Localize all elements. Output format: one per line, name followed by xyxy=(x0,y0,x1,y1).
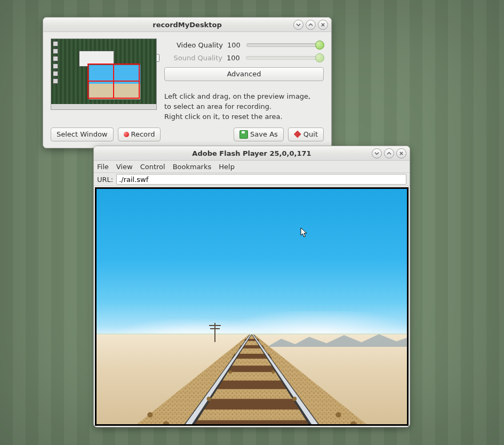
floppy-icon xyxy=(239,130,248,139)
menu-control[interactable]: Control xyxy=(140,163,165,171)
select-window-button[interactable]: Select Window xyxy=(51,128,114,141)
close-button[interactable] xyxy=(318,20,328,30)
record-icon xyxy=(124,132,129,137)
svg-point-4 xyxy=(207,397,211,401)
svg-point-5 xyxy=(292,397,297,401)
advanced-button-label: Advanced xyxy=(227,69,261,79)
svg-point-0 xyxy=(147,412,153,418)
hint-text: Left click and drag, on the preview imag… xyxy=(164,92,324,122)
menu-bookmarks[interactable]: Bookmarks xyxy=(173,163,212,171)
save-as-label: Save As xyxy=(250,130,278,139)
minimize-button[interactable] xyxy=(372,148,382,158)
chevron-down-icon xyxy=(374,151,379,156)
selection-rectangle xyxy=(87,63,140,99)
flash-viewport[interactable] xyxy=(95,187,409,426)
quit-label: Quit xyxy=(303,130,318,139)
close-icon xyxy=(321,22,325,27)
url-label: URL: xyxy=(97,176,113,184)
sound-quality-value: 100 xyxy=(227,54,242,62)
minimize-button[interactable] xyxy=(293,20,303,30)
advanced-button[interactable]: Advanced xyxy=(164,67,324,81)
svg-point-2 xyxy=(336,412,341,418)
chevron-up-icon xyxy=(387,151,391,156)
rmd-titlebar[interactable]: recordMyDesktop xyxy=(43,18,331,32)
quit-icon xyxy=(294,131,301,138)
close-icon xyxy=(399,151,404,156)
video-quality-slider[interactable] xyxy=(246,43,324,47)
record-label: Record xyxy=(131,130,155,139)
sound-quality-slider[interactable] xyxy=(246,56,324,60)
save-as-button[interactable]: Save As xyxy=(234,128,284,141)
flash-titlebar[interactable]: Adobe Flash Player 25,0,0,171 xyxy=(94,146,410,161)
recordmydesktop-window: recordMyDesktop Video Quality 100 xyxy=(43,17,332,148)
close-button[interactable] xyxy=(396,148,406,158)
sound-quality-row: Sound Quality 100 xyxy=(164,51,324,64)
video-quality-label: Video Quality xyxy=(164,41,223,49)
flash-urlbar: URL: xyxy=(94,173,410,186)
rmd-title: recordMyDesktop xyxy=(153,21,221,29)
select-window-label: Select Window xyxy=(57,130,108,139)
flash-title: Adobe Flash Player 25,0,0,171 xyxy=(192,149,311,157)
record-button[interactable]: Record xyxy=(118,128,161,141)
chevron-up-icon xyxy=(308,22,313,27)
chevron-down-icon xyxy=(296,22,301,27)
flash-player-window: Adobe Flash Player 25,0,0,171 File View … xyxy=(93,146,410,427)
menu-help[interactable]: Help xyxy=(219,163,235,171)
quit-button[interactable]: Quit xyxy=(288,128,324,141)
menu-view[interactable]: View xyxy=(116,163,133,171)
preview-area[interactable] xyxy=(51,38,157,110)
video-quality-value: 100 xyxy=(227,41,242,49)
svg-point-7 xyxy=(271,371,275,374)
flash-menubar: File View Control Bookmarks Help xyxy=(94,161,410,173)
video-quality-row: Video Quality 100 xyxy=(164,38,324,51)
url-input[interactable] xyxy=(116,174,406,185)
svg-point-6 xyxy=(229,371,232,374)
menu-file[interactable]: File xyxy=(97,163,109,171)
maximize-button[interactable] xyxy=(384,148,394,158)
maximize-button[interactable] xyxy=(306,20,316,30)
railroad-graphic xyxy=(97,335,407,426)
sound-quality-label: Sound Quality xyxy=(164,54,222,62)
